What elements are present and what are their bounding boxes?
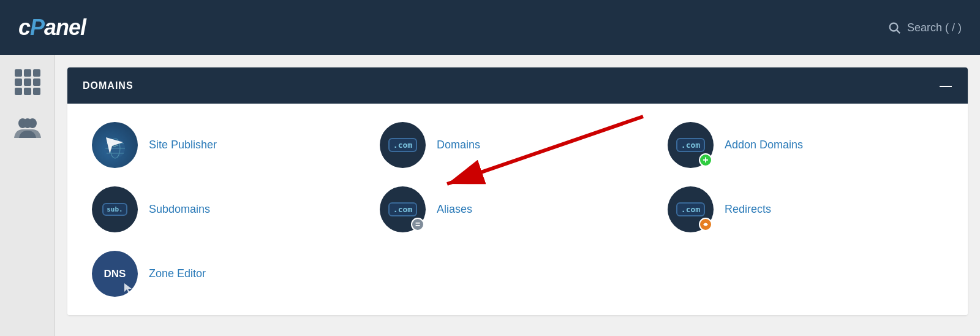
site-publisher-label: Site Publisher: [149, 139, 217, 151]
section-header: DOMAINS —: [67, 67, 968, 104]
sidebar-item-users[interactable]: [13, 112, 42, 142]
redirect-arrow-icon: [702, 221, 709, 228]
collapse-button[interactable]: —: [940, 78, 952, 93]
main-content: DOMAINS —: [55, 55, 980, 336]
aliases-com-badge: .com: [388, 202, 417, 216]
list-item[interactable]: sub. Subdomains: [92, 186, 368, 232]
list-item[interactable]: .com = Aliases: [380, 186, 655, 232]
dns-text: DNS: [104, 268, 126, 280]
domains-icon: .com: [380, 122, 426, 168]
svg-marker-12: [124, 283, 132, 293]
section-body: Site Publisher .com Domains .com +: [67, 104, 968, 315]
site-publisher-icon: [92, 122, 138, 168]
subdomains-label: Subdomains: [149, 203, 210, 216]
cpanel-logo: cPanel: [18, 15, 86, 40]
grid-icon: [15, 69, 40, 95]
search-area[interactable]: Search ( / ): [888, 21, 962, 34]
svg-line-1: [897, 30, 900, 33]
sidebar: [0, 55, 55, 336]
com-badge: .com: [388, 138, 417, 152]
domains-label: Domains: [437, 139, 480, 151]
redirects-icon: .com: [668, 186, 714, 232]
header: cPanel Search ( / ): [0, 0, 980, 55]
addon-domains-icon: .com +: [668, 122, 714, 168]
orange-overlay-icon: [699, 218, 712, 231]
cursor-icon: [124, 283, 133, 293]
subdomains-icon: sub.: [92, 186, 138, 232]
list-item[interactable]: DNS Zone Editor: [92, 251, 368, 297]
equal-overlay-icon: =: [411, 218, 424, 231]
users-icon: [14, 116, 41, 138]
redirects-com-badge: .com: [676, 202, 705, 216]
list-item[interactable]: .com Redirects: [668, 186, 943, 232]
aliases-icon: .com =: [380, 186, 426, 232]
section-title: DOMAINS: [83, 80, 134, 91]
sub-badge: sub.: [102, 203, 127, 216]
list-item[interactable]: Site Publisher: [92, 122, 368, 168]
list-item[interactable]: .com Domains: [380, 122, 655, 168]
svg-point-4: [23, 118, 32, 128]
body-layout: DOMAINS —: [0, 55, 980, 336]
redirects-label: Redirects: [725, 203, 771, 216]
list-item[interactable]: .com + Addon Domains: [668, 122, 943, 168]
zone-editor-label: Zone Editor: [149, 267, 206, 280]
search-label[interactable]: Search ( / ): [907, 21, 962, 34]
site-publisher-svg: [100, 130, 130, 161]
domains-section: DOMAINS —: [67, 67, 968, 315]
addon-domains-label: Addon Domains: [725, 139, 803, 151]
zone-editor-icon: DNS: [92, 251, 138, 297]
aliases-label: Aliases: [437, 203, 472, 216]
plus-overlay-icon: +: [699, 153, 712, 167]
search-icon: [888, 21, 901, 34]
svg-point-0: [890, 23, 898, 31]
domains-panel: DOMAINS —: [67, 67, 968, 315]
addon-com-badge: .com: [676, 138, 705, 152]
sidebar-item-grid[interactable]: [13, 67, 42, 97]
